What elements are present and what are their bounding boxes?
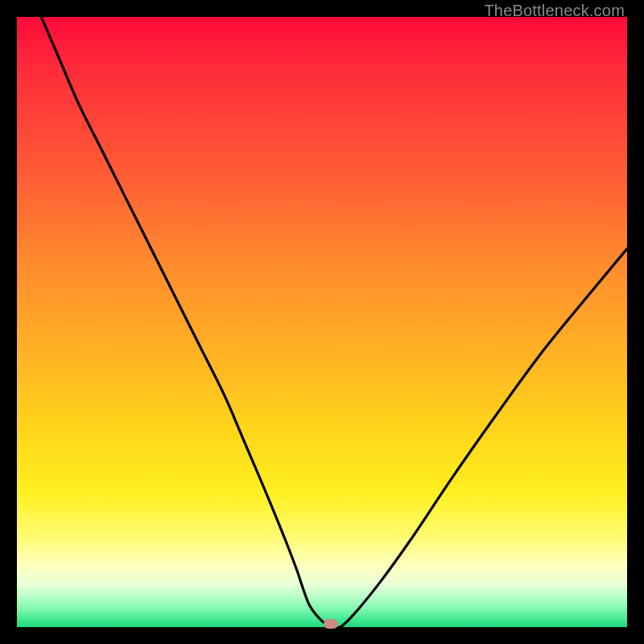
bottleneck-curve	[17, 17, 627, 627]
outer-frame: TheBottleneck.com	[0, 0, 644, 644]
plot-area	[17, 17, 627, 627]
optimal-point-marker	[324, 619, 338, 629]
